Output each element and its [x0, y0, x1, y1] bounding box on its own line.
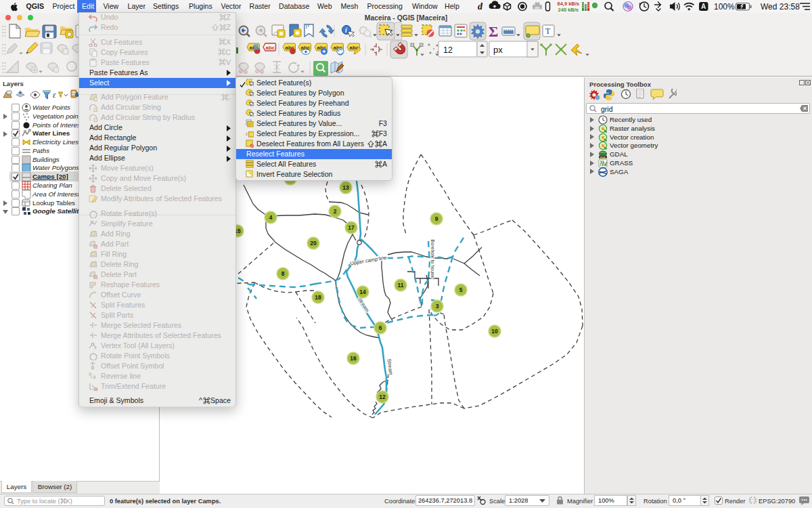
svg-text:T: T [545, 26, 551, 36]
svg-text:Stream: Stream [386, 358, 394, 375]
svg-text:17: 17 [348, 224, 355, 231]
svg-text:4: 4 [269, 214, 273, 221]
svg-text:9: 9 [435, 215, 438, 222]
svg-text:ε: ε [246, 131, 248, 137]
svg-text:px: px [493, 45, 503, 55]
svg-text:ε: ε [53, 90, 56, 100]
svg-text:18: 18 [315, 294, 321, 301]
svg-text:i: i [345, 26, 347, 34]
svg-text:Borehole to house: Borehole to house [430, 240, 435, 278]
svg-text:10: 10 [491, 328, 498, 335]
svg-text:13: 13 [342, 184, 349, 191]
svg-text:2: 2 [334, 208, 337, 215]
svg-text:11: 11 [398, 282, 404, 289]
svg-text:3: 3 [436, 303, 439, 310]
svg-text:12: 12 [443, 45, 453, 55]
svg-text:abc: abc [266, 45, 275, 51]
svg-text:8: 8 [281, 270, 285, 277]
svg-text:14: 14 [359, 289, 366, 295]
svg-text:16: 16 [350, 355, 357, 362]
svg-text:Σ: Σ [489, 23, 498, 40]
svg-text:5: 5 [459, 287, 463, 293]
svg-text:Stream: Stream [357, 296, 371, 313]
svg-text:20: 20 [310, 240, 317, 247]
svg-text:12: 12 [379, 394, 386, 400]
svg-text:6: 6 [379, 324, 382, 331]
